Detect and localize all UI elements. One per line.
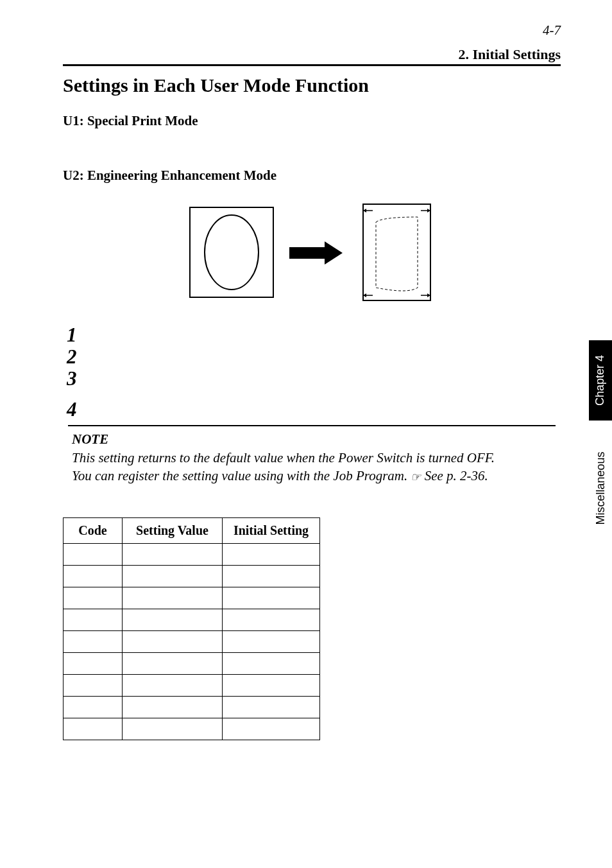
svg-rect-0 [289, 247, 325, 259]
diagram-left-frame [190, 207, 273, 297]
side-tab-section-text: Miscellaneous [594, 451, 608, 525]
note-title: NOTE [72, 431, 561, 447]
th-initial-setting: Initial Setting [223, 517, 320, 543]
side-tab-chapter: Chapter 4 [589, 340, 612, 421]
side-tab-section: Miscellaneous [589, 424, 612, 552]
side-tab: Chapter 4 Miscellaneous [589, 340, 612, 559]
table-row [64, 543, 320, 565]
step-item: 4 [67, 399, 561, 421]
step-list: 1 2 3 4 [67, 325, 561, 421]
step-item: 3 [67, 369, 561, 390]
table-row [64, 696, 320, 718]
th-code: Code [64, 517, 123, 543]
note-line-2-ref: See p. 2-36. [425, 468, 488, 483]
table-row [64, 718, 320, 740]
note-line-1: This setting returns to the default valu… [72, 449, 561, 467]
subhead-u2: U2: Engineering Enhancement Mode [63, 168, 561, 184]
svg-marker-1 [325, 241, 343, 265]
side-tab-chapter-text: Chapter 4 [594, 355, 608, 406]
diagram [63, 198, 561, 307]
page-content: Settings in Each User Mode Function U1: … [63, 74, 561, 740]
table-row [64, 565, 320, 587]
diagram-bottom-arrows [363, 293, 430, 297]
table-body [64, 543, 320, 740]
step-item: 2 [67, 347, 561, 369]
note-block: NOTE This setting returns to the default… [72, 431, 561, 485]
settings-table-wrap: Code Setting Value Initial Setting [63, 517, 561, 740]
table-row [64, 652, 320, 674]
diagram-top-arrows [363, 209, 430, 213]
settings-table: Code Setting Value Initial Setting [63, 517, 320, 740]
th-setting-value: Setting Value [123, 517, 223, 543]
table-row [64, 587, 320, 609]
step-spacer [67, 390, 561, 399]
step-item: 1 [67, 325, 561, 347]
rule-after-steps [68, 425, 556, 426]
section-rule [63, 64, 561, 66]
pointer-icon: ☞ [411, 471, 421, 483]
rectangle-dashed-adjust-icon [376, 217, 418, 291]
subhead-u1: U1: Special Print Mode [63, 113, 561, 129]
diagram-right-frame [363, 204, 430, 300]
page-title: Settings in Each User Mode Function [63, 74, 561, 96]
note-line-2: You can register the setting value using… [72, 467, 561, 485]
circle-shape-icon [205, 215, 259, 290]
page-number: 4-7 [543, 22, 561, 39]
note-line-2-pre: You can register the setting value using… [72, 468, 411, 483]
table-row [64, 674, 320, 696]
table-row [64, 609, 320, 630]
diagram-svg [177, 198, 446, 307]
section-label: 2. Initial Settings [458, 46, 561, 63]
table-header-row: Code Setting Value Initial Setting [64, 517, 320, 543]
u1-body-placeholder [63, 138, 561, 168]
arrow-right-icon [289, 241, 343, 265]
table-row [64, 630, 320, 652]
